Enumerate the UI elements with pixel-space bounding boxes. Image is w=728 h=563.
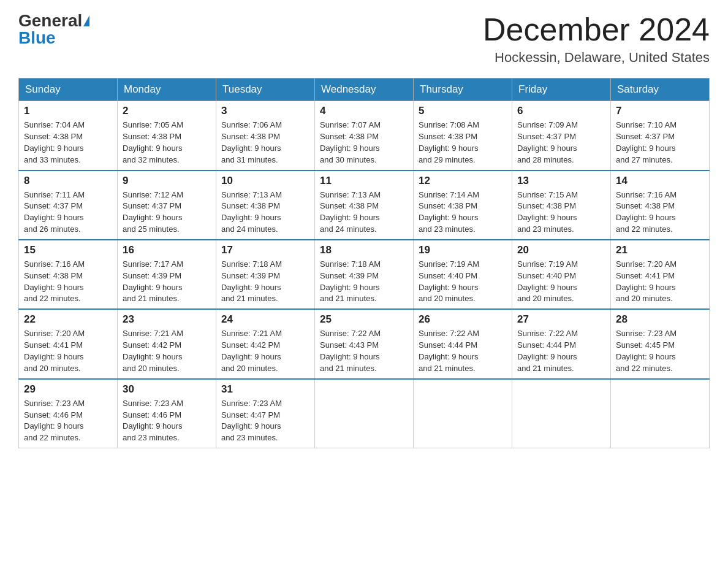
day-number: 3 [221, 105, 309, 117]
day-info: Sunrise: 7:21 AM Sunset: 4:42 PM Dayligh… [123, 328, 211, 374]
logo-blue-text: Blue [18, 29, 56, 47]
calendar-cell [414, 379, 512, 448]
week-row-2: 8 Sunrise: 7:11 AM Sunset: 4:37 PM Dayli… [19, 170, 710, 240]
calendar-cell: 9 Sunrise: 7:12 AM Sunset: 4:37 PM Dayli… [118, 170, 216, 240]
header-friday: Friday [512, 79, 611, 101]
calendar-cell: 4 Sunrise: 7:07 AM Sunset: 4:38 PM Dayli… [315, 101, 414, 170]
day-number: 13 [517, 175, 605, 187]
calendar-cell: 6 Sunrise: 7:09 AM Sunset: 4:37 PM Dayli… [512, 101, 611, 170]
header-thursday: Thursday [414, 79, 512, 101]
day-number: 1 [24, 105, 112, 117]
page-header: General Blue December 2024 Hockessin, De… [18, 12, 710, 66]
day-info: Sunrise: 7:22 AM Sunset: 4:44 PM Dayligh… [517, 328, 605, 374]
day-number: 28 [616, 313, 704, 326]
day-number: 7 [616, 105, 704, 117]
day-number: 21 [616, 244, 704, 256]
day-number: 10 [221, 175, 309, 187]
calendar-cell: 23 Sunrise: 7:21 AM Sunset: 4:42 PM Dayl… [118, 309, 216, 378]
day-number: 27 [517, 313, 605, 326]
weekday-header-row: Sunday Monday Tuesday Wednesday Thursday… [19, 79, 710, 101]
day-info: Sunrise: 7:07 AM Sunset: 4:38 PM Dayligh… [320, 120, 408, 166]
calendar-cell: 16 Sunrise: 7:17 AM Sunset: 4:39 PM Dayl… [118, 240, 216, 309]
calendar-cell: 18 Sunrise: 7:18 AM Sunset: 4:39 PM Dayl… [315, 240, 414, 309]
day-info: Sunrise: 7:20 AM Sunset: 4:41 PM Dayligh… [24, 328, 112, 374]
day-info: Sunrise: 7:23 AM Sunset: 4:45 PM Dayligh… [616, 328, 704, 374]
calendar-cell: 26 Sunrise: 7:22 AM Sunset: 4:44 PM Dayl… [414, 309, 512, 378]
calendar-cell: 20 Sunrise: 7:19 AM Sunset: 4:40 PM Dayl… [512, 240, 611, 309]
calendar-cell: 25 Sunrise: 7:22 AM Sunset: 4:43 PM Dayl… [315, 309, 414, 378]
day-number: 18 [320, 244, 408, 256]
calendar-cell: 19 Sunrise: 7:19 AM Sunset: 4:40 PM Dayl… [414, 240, 512, 309]
day-number: 29 [24, 383, 112, 396]
day-number: 6 [517, 105, 605, 117]
day-info: Sunrise: 7:15 AM Sunset: 4:38 PM Dayligh… [517, 190, 605, 236]
day-number: 20 [517, 244, 605, 256]
calendar-cell: 29 Sunrise: 7:23 AM Sunset: 4:46 PM Dayl… [19, 379, 118, 448]
day-number: 14 [616, 175, 704, 187]
calendar-cell: 31 Sunrise: 7:23 AM Sunset: 4:47 PM Dayl… [216, 379, 315, 448]
calendar-cell: 28 Sunrise: 7:23 AM Sunset: 4:45 PM Dayl… [611, 309, 710, 378]
day-info: Sunrise: 7:19 AM Sunset: 4:40 PM Dayligh… [517, 259, 605, 305]
calendar-cell: 30 Sunrise: 7:23 AM Sunset: 4:46 PM Dayl… [118, 379, 216, 448]
day-number: 11 [320, 175, 408, 187]
header-tuesday: Tuesday [216, 79, 315, 101]
day-info: Sunrise: 7:10 AM Sunset: 4:37 PM Dayligh… [616, 120, 704, 166]
logo-triangle-icon [83, 15, 89, 26]
day-number: 2 [123, 105, 211, 117]
day-info: Sunrise: 7:12 AM Sunset: 4:37 PM Dayligh… [123, 190, 211, 236]
day-number: 12 [419, 175, 507, 187]
calendar-cell: 10 Sunrise: 7:13 AM Sunset: 4:38 PM Dayl… [216, 170, 315, 240]
day-info: Sunrise: 7:13 AM Sunset: 4:38 PM Dayligh… [221, 190, 309, 236]
day-number: 5 [419, 105, 507, 117]
title-block: December 2024 Hockessin, Delaware, Unite… [483, 12, 710, 66]
day-number: 16 [123, 244, 211, 256]
day-info: Sunrise: 7:17 AM Sunset: 4:39 PM Dayligh… [123, 259, 211, 305]
day-info: Sunrise: 7:11 AM Sunset: 4:37 PM Dayligh… [24, 190, 112, 236]
calendar-table: Sunday Monday Tuesday Wednesday Thursday… [18, 78, 710, 448]
day-info: Sunrise: 7:04 AM Sunset: 4:38 PM Dayligh… [24, 120, 112, 166]
day-info: Sunrise: 7:16 AM Sunset: 4:38 PM Dayligh… [24, 259, 112, 305]
day-info: Sunrise: 7:18 AM Sunset: 4:39 PM Dayligh… [221, 259, 309, 305]
day-number: 31 [221, 383, 309, 396]
day-info: Sunrise: 7:05 AM Sunset: 4:38 PM Dayligh… [123, 120, 211, 166]
calendar-cell: 13 Sunrise: 7:15 AM Sunset: 4:38 PM Dayl… [512, 170, 611, 240]
day-number: 26 [419, 313, 507, 326]
calendar-cell: 8 Sunrise: 7:11 AM Sunset: 4:37 PM Dayli… [19, 170, 118, 240]
day-info: Sunrise: 7:22 AM Sunset: 4:44 PM Dayligh… [419, 328, 507, 374]
calendar-cell: 14 Sunrise: 7:16 AM Sunset: 4:38 PM Dayl… [611, 170, 710, 240]
calendar-cell [611, 379, 710, 448]
day-number: 19 [419, 244, 507, 256]
day-info: Sunrise: 7:14 AM Sunset: 4:38 PM Dayligh… [419, 190, 507, 236]
calendar-cell: 24 Sunrise: 7:21 AM Sunset: 4:42 PM Dayl… [216, 309, 315, 378]
day-number: 17 [221, 244, 309, 256]
logo-general-text: General [18, 12, 82, 29]
calendar-cell [512, 379, 611, 448]
day-info: Sunrise: 7:23 AM Sunset: 4:46 PM Dayligh… [24, 398, 112, 444]
week-row-5: 29 Sunrise: 7:23 AM Sunset: 4:46 PM Dayl… [19, 379, 710, 448]
calendar-cell: 21 Sunrise: 7:20 AM Sunset: 4:41 PM Dayl… [611, 240, 710, 309]
header-sunday: Sunday [19, 79, 118, 101]
day-info: Sunrise: 7:23 AM Sunset: 4:46 PM Dayligh… [123, 398, 211, 444]
calendar-cell: 2 Sunrise: 7:05 AM Sunset: 4:38 PM Dayli… [118, 101, 216, 170]
calendar-cell: 15 Sunrise: 7:16 AM Sunset: 4:38 PM Dayl… [19, 240, 118, 309]
calendar-cell: 3 Sunrise: 7:06 AM Sunset: 4:38 PM Dayli… [216, 101, 315, 170]
day-info: Sunrise: 7:08 AM Sunset: 4:38 PM Dayligh… [419, 120, 507, 166]
day-info: Sunrise: 7:13 AM Sunset: 4:38 PM Dayligh… [320, 190, 408, 236]
day-number: 30 [123, 383, 211, 396]
day-info: Sunrise: 7:06 AM Sunset: 4:38 PM Dayligh… [221, 120, 309, 166]
day-number: 22 [24, 313, 112, 326]
logo: General Blue [18, 12, 89, 47]
day-number: 15 [24, 244, 112, 256]
calendar-cell: 1 Sunrise: 7:04 AM Sunset: 4:38 PM Dayli… [19, 101, 118, 170]
day-number: 23 [123, 313, 211, 326]
header-monday: Monday [118, 79, 216, 101]
day-number: 8 [24, 175, 112, 187]
calendar-cell: 17 Sunrise: 7:18 AM Sunset: 4:39 PM Dayl… [216, 240, 315, 309]
day-number: 4 [320, 105, 408, 117]
calendar-cell: 5 Sunrise: 7:08 AM Sunset: 4:38 PM Dayli… [414, 101, 512, 170]
month-title: December 2024 [483, 12, 710, 47]
day-number: 24 [221, 313, 309, 326]
calendar-cell: 7 Sunrise: 7:10 AM Sunset: 4:37 PM Dayli… [611, 101, 710, 170]
day-info: Sunrise: 7:19 AM Sunset: 4:40 PM Dayligh… [419, 259, 507, 305]
calendar-cell: 27 Sunrise: 7:22 AM Sunset: 4:44 PM Dayl… [512, 309, 611, 378]
